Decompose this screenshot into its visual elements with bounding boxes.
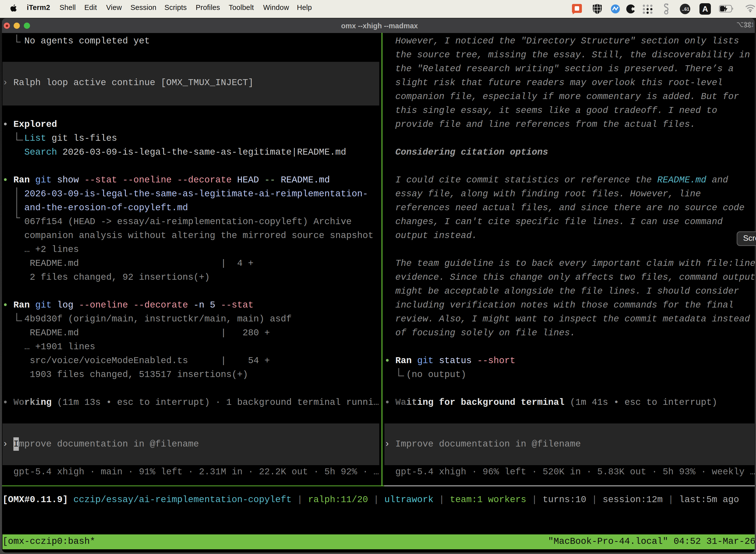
svg-text:1: 1 <box>751 22 753 28</box>
svg-text:..61: ..61 <box>682 7 689 12</box>
